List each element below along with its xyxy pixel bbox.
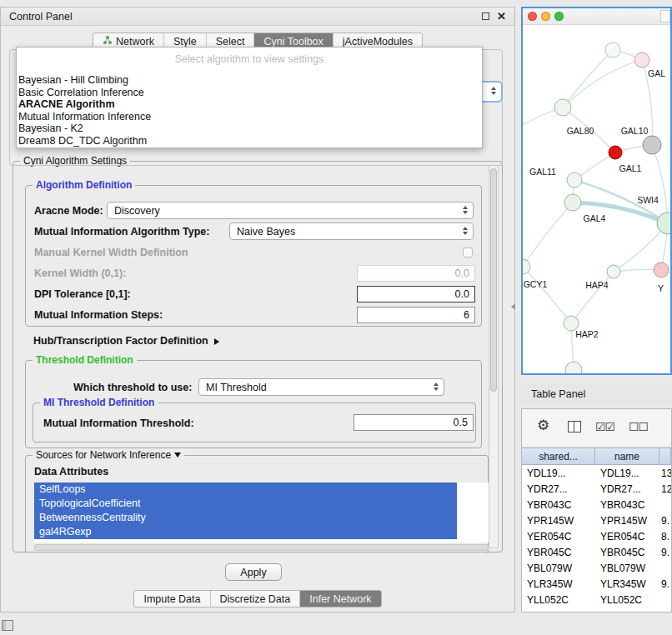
algorithm-option[interactable]: Bayesian - Hill Climbing xyxy=(17,74,482,87)
table-row[interactable]: YBL079WYBL079W xyxy=(522,560,671,576)
table-row[interactable]: YER054CYER054C8. xyxy=(522,528,671,544)
tab-label: Select xyxy=(216,36,245,48)
apply-button[interactable]: Apply xyxy=(225,563,282,581)
table-row[interactable]: YDL19...YDL19...13 xyxy=(522,465,671,481)
network-edge[interactable] xyxy=(523,202,573,267)
columns-icon[interactable] xyxy=(568,421,581,432)
mi-threshold-field[interactable]: 0.5 xyxy=(354,414,474,431)
tab-discretize-data[interactable]: Discretize Data xyxy=(210,591,300,607)
column-header-name[interactable]: name xyxy=(595,448,659,465)
tab-impute-data[interactable]: Impute Data xyxy=(134,591,209,607)
combobox-value: Discovery xyxy=(114,205,160,217)
collapse-arrow-icon xyxy=(174,452,181,458)
algorithm-dropdown-popup: Select algorithm to view settings Bayesi… xyxy=(16,47,483,148)
table-row[interactable]: YPR145WYPR145W9. xyxy=(522,512,671,528)
algorithm-option[interactable]: Dream8 DC_TDC Algorithm xyxy=(17,135,482,148)
manual-kernel-checkbox[interactable] xyxy=(463,248,473,258)
table-cell: YBR045C xyxy=(595,544,659,560)
column-header-shared-name[interactable]: shared... xyxy=(522,448,595,465)
table-cell: YLL052C xyxy=(522,592,595,608)
settings-scrollbar[interactable] xyxy=(489,165,499,548)
mi-steps-label: Mutual Information Steps: xyxy=(34,308,163,323)
tab-label: Network xyxy=(116,36,154,48)
field-value: 0.0 xyxy=(455,288,469,300)
tab-label: Infer Network xyxy=(309,593,371,605)
network-node[interactable] xyxy=(643,136,661,154)
network-edge[interactable] xyxy=(652,145,668,223)
network-node[interactable] xyxy=(564,194,581,211)
network-node-label: Y xyxy=(658,283,664,293)
minimized-panel-icon[interactable] xyxy=(2,620,13,631)
list-horizontal-scrollbar[interactable] xyxy=(34,544,489,551)
network-window-titlebar xyxy=(523,8,670,25)
data-attribute-item[interactable]: gal4RGexp xyxy=(34,525,457,539)
column-header-partial[interactable] xyxy=(659,448,671,465)
data-attribute-item[interactable]: TopologicalCoefficient xyxy=(34,497,457,511)
network-node[interactable] xyxy=(605,42,620,58)
table-row[interactable]: YBR045CYBR045C9. xyxy=(522,544,671,560)
network-canvas[interactable]: GALGAL80GAL10GAL11GAL1SWI4GAL4GCY1HAP4YH… xyxy=(523,25,670,373)
table-row[interactable]: YLL052CYLL052C xyxy=(522,592,671,608)
cyni-bottom-tabs: Impute Data Discretize Data Infer Networ… xyxy=(133,590,381,608)
network-node[interactable] xyxy=(565,362,582,373)
network-edge[interactable] xyxy=(563,60,642,108)
table-toolbar: ⚙ ☑☑ ☐☐ xyxy=(522,409,671,448)
close-icon[interactable]: ✕ xyxy=(497,11,506,22)
table-panel-title: Table Panel xyxy=(531,388,585,400)
close-traffic-light[interactable] xyxy=(528,12,537,21)
deselect-all-checkboxes-icon[interactable]: ☐☐ xyxy=(629,418,648,436)
field-value: 6 xyxy=(464,309,469,321)
control-panel-titlebar: Control Panel ✕ xyxy=(1,8,514,26)
network-edge[interactable] xyxy=(523,267,571,323)
algorithm-option[interactable]: Mutual Information Inference xyxy=(17,111,482,123)
sources-group-title[interactable]: Sources for Network Inference xyxy=(33,449,184,461)
hub-section-toggle[interactable]: Hub/Transcription Factor Definition xyxy=(33,333,219,349)
select-all-checkboxes-icon[interactable]: ☑☑ xyxy=(595,418,614,436)
algorithm-option[interactable]: ARACNE Algorithm xyxy=(17,98,482,111)
table-row[interactable]: YDR27...YDR27...12 xyxy=(522,481,671,497)
network-node[interactable] xyxy=(609,146,622,159)
splitter-collapse-icon[interactable] xyxy=(511,303,515,310)
network-node[interactable] xyxy=(607,265,620,278)
network-node[interactable] xyxy=(523,259,530,274)
dpi-tolerance-label: DPI Tolerance [0,1]: xyxy=(34,287,131,302)
algorithm-option[interactable]: Basic Correlation Inference xyxy=(17,87,482,99)
tab-infer-network[interactable]: Infer Network xyxy=(299,591,380,607)
network-node-label: GAL10 xyxy=(621,126,649,136)
network-edge[interactable] xyxy=(563,50,613,108)
table-row[interactable]: YLR345WYLR345W9. xyxy=(522,576,671,592)
float-window-icon[interactable] xyxy=(482,12,489,20)
network-node[interactable] xyxy=(657,212,670,234)
dpi-tolerance-field[interactable]: 0.0 xyxy=(357,286,475,302)
tab-label: Discretize Data xyxy=(220,593,291,605)
mi-steps-field[interactable]: 6 xyxy=(357,307,475,323)
window-title: Control Panel xyxy=(9,11,482,22)
gear-icon[interactable]: ⚙ xyxy=(537,418,549,432)
table-cell: YDR27... xyxy=(595,481,659,497)
mi-type-combobox[interactable]: Naive Bayes xyxy=(229,222,474,240)
algorithm-option[interactable]: Bayesian - K2 xyxy=(17,122,482,135)
minimize-traffic-light[interactable] xyxy=(541,12,550,21)
network-node[interactable] xyxy=(567,172,582,188)
network-node[interactable] xyxy=(554,99,571,116)
data-attributes-list: SelfLoopsTopologicalCoefficientBetweenne… xyxy=(34,482,489,542)
manual-kernel-label: Manual Kernel Width Definition xyxy=(34,245,188,261)
which-threshold-combobox[interactable]: MI Threshold xyxy=(198,378,444,396)
table-row[interactable]: YBR043CYBR043C xyxy=(522,497,671,512)
field-value: 0.0 xyxy=(455,268,469,279)
which-threshold-label: Which threshold to use: xyxy=(73,380,192,396)
threshold-definition-group: Threshold Definition Which threshold to … xyxy=(25,360,482,448)
table-panel-header: Table Panel xyxy=(521,383,672,405)
table-header-row: shared... name xyxy=(522,448,671,465)
aracne-mode-combobox[interactable]: Discovery xyxy=(107,202,474,219)
data-attributes-label: Data Attributes xyxy=(34,464,108,480)
table-cell: YDL19... xyxy=(595,465,659,481)
zoom-traffic-light[interactable] xyxy=(554,12,564,21)
data-attribute-item[interactable]: SelfLoops xyxy=(34,482,457,497)
network-node[interactable] xyxy=(654,262,669,278)
kernel-width-field[interactable]: 0.0 xyxy=(357,265,475,282)
scrollbar-thumb[interactable] xyxy=(490,168,497,392)
network-node[interactable] xyxy=(634,52,649,68)
data-attribute-item[interactable]: BetweennessCentrality xyxy=(34,511,457,525)
network-node-label: GAL4 xyxy=(584,213,606,223)
